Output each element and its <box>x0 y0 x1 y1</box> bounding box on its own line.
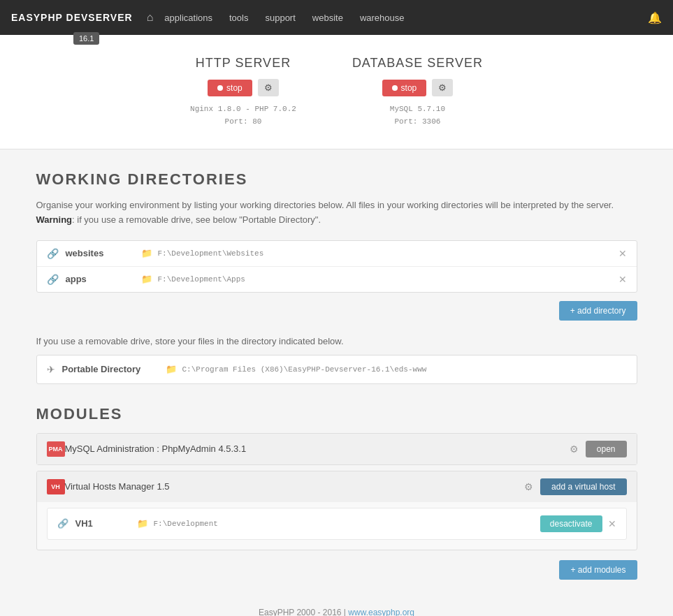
database-server-block: DATABASE SERVER stop ⚙ MySQL 5.7.10 Port… <box>352 56 483 128</box>
nav-support[interactable]: support <box>265 13 295 23</box>
footer-link[interactable]: www.easyphp.org <box>348 608 414 616</box>
vhost-folder-icon: 📁 <box>137 518 148 529</box>
home-icon[interactable]: ⌂ <box>147 11 154 24</box>
navbar: EASYPHP DEVSERVER ⌂ applications tools s… <box>0 0 673 35</box>
vhost-vh1: 🔗 VH1 📁 F:\Development desactivate ✕ <box>47 508 627 540</box>
directories-list: 🔗 websites 📁 F:\Development\Websites ✕ 🔗… <box>36 240 637 293</box>
directory-apps: 🔗 apps 📁 F:\Development\Apps ✕ <box>37 267 637 292</box>
vhosts-header: VH Virtual Hosts Manager 1.5 ⚙ add a vir… <box>37 471 637 502</box>
server-section: HTTP SERVER stop ⚙ Nginx 1.8.0 - PHP 7.0… <box>0 35 673 149</box>
database-stop-button[interactable]: stop <box>382 80 427 96</box>
vh-icon: VH <box>47 479 65 494</box>
http-server-title: HTTP SERVER <box>190 56 296 71</box>
http-server-info: Nginx 1.8.0 - PHP 7.0.2 Port: 80 <box>190 103 296 128</box>
http-server-controls: stop ⚙ <box>190 79 296 96</box>
working-directories-section: WORKING DIRECTORIES Organise your workin… <box>36 170 637 384</box>
modules-title: MODULES <box>36 405 637 423</box>
nav-applications[interactable]: applications <box>164 13 212 23</box>
module-vhosts: VH Virtual Hosts Manager 1.5 ⚙ add a vir… <box>36 471 637 550</box>
remove-websites-button[interactable]: ✕ <box>618 248 627 259</box>
nav-tools[interactable]: tools <box>229 13 248 23</box>
portable-icon: ✈ <box>47 364 55 375</box>
working-directories-desc: Organise your working environment by lis… <box>36 198 637 228</box>
folder-portable-icon: 📁 <box>166 364 177 374</box>
link-icon: 🔗 <box>47 248 59 259</box>
phpmyadmin-header: PMA MySQL Administration : PhpMyAdmin 4.… <box>37 434 637 464</box>
modules-section: MODULES PMA MySQL Administration : PhpMy… <box>36 405 637 580</box>
phpmyadmin-gear-icon[interactable]: ⚙ <box>570 443 579 455</box>
nav-website[interactable]: website <box>312 13 343 23</box>
bell-icon[interactable]: 🔔 <box>648 11 662 24</box>
module-phpmyadmin: PMA MySQL Administration : PhpMyAdmin 4.… <box>36 433 637 465</box>
vhosts-gear-icon[interactable]: ⚙ <box>524 481 533 492</box>
vhost-link-icon: 🔗 <box>57 518 68 529</box>
remove-vh1-button[interactable]: ✕ <box>608 518 616 529</box>
folder-icon: 📁 <box>141 248 152 258</box>
database-server-title: DATABASE SERVER <box>352 56 483 71</box>
database-server-info: MySQL 5.7.10 Port: 3306 <box>352 103 483 128</box>
directory-websites: 🔗 websites 📁 F:\Development\Websites ✕ <box>37 241 637 267</box>
database-server-controls: stop ⚙ <box>352 79 483 96</box>
working-directories-title: WORKING DIRECTORIES <box>36 170 637 189</box>
footer: EasyPHP 2000 - 2016 | www.easyphp.org ▶ <box>36 594 637 616</box>
portable-description: If you use a removable drive, store your… <box>36 336 637 346</box>
add-directory-button[interactable]: + add directory <box>559 301 637 321</box>
vhost-list: 🔗 VH1 📁 F:\Development desactivate ✕ <box>37 502 637 550</box>
phpmyadmin-open-button[interactable]: open <box>586 441 627 457</box>
stop-dot <box>392 85 398 91</box>
http-server-block: HTTP SERVER stop ⚙ Nginx 1.8.0 - PHP 7.0… <box>190 56 296 128</box>
link-icon-apps: 🔗 <box>47 274 59 285</box>
add-modules-button[interactable]: + add modules <box>559 560 637 580</box>
database-gear-button[interactable]: ⚙ <box>432 79 453 96</box>
folder-icon-apps: 📁 <box>141 274 152 284</box>
nav-links: applications tools support website wareh… <box>164 13 648 23</box>
portable-directory-box: ✈ Portable Directory 📁 C:\Program Files … <box>36 355 637 384</box>
portable-directory-item: ✈ Portable Directory 📁 C:\Program Files … <box>37 355 637 383</box>
pma-icon: PMA <box>47 441 65 457</box>
stop-dot <box>217 85 223 91</box>
http-gear-button[interactable]: ⚙ <box>258 79 279 96</box>
deactivate-vh1-button[interactable]: desactivate <box>540 515 602 532</box>
http-stop-button[interactable]: stop <box>208 80 252 96</box>
remove-apps-button[interactable]: ✕ <box>618 274 627 285</box>
nav-warehouse[interactable]: warehouse <box>360 13 405 23</box>
main-content: WORKING DIRECTORIES Organise your workin… <box>22 149 651 616</box>
add-vhost-button[interactable]: add a virtual host <box>540 478 626 495</box>
version-badge: 16.1 <box>73 32 99 45</box>
brand-title: EASYPHP DEVSERVER <box>11 12 133 23</box>
